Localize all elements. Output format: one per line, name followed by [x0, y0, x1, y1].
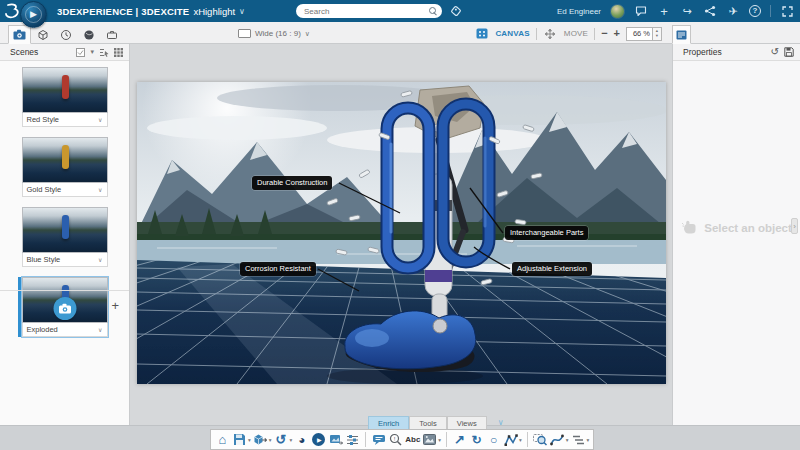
polyline-tool-button[interactable]: ▾ — [503, 432, 522, 447]
tab-properties-panel[interactable] — [672, 25, 691, 44]
render-sphere-button[interactable]: ◕ — [294, 432, 309, 447]
user-name[interactable]: Ed Engineer — [557, 7, 601, 16]
caret-down-icon[interactable]: ▾ — [438, 437, 441, 443]
curve-tool-button[interactable]: ▾ — [550, 432, 569, 447]
toolbar-collapse-chevron[interactable]: ∨ — [493, 416, 509, 429]
stepper-down-icon[interactable]: ▾ — [656, 34, 658, 39]
fullscreen-icon[interactable] — [780, 4, 794, 18]
callout-adjustable-extension[interactable]: Adjustable Extension — [512, 262, 592, 276]
tab-scenes-camera[interactable] — [8, 25, 31, 44]
chevron-down-icon[interactable]: ∨ — [98, 186, 102, 193]
rotate-tool-button[interactable]: ↻ — [469, 432, 484, 447]
caret-down-icon[interactable]: ▾ — [290, 437, 293, 443]
figure-gold — [62, 145, 69, 169]
rocket-icon[interactable]: ✈ — [726, 4, 740, 18]
aspect-ratio-selector[interactable]: Wide (16 : 9) ∨ — [238, 25, 310, 42]
stage-area: Durable Construction Interchangeable Par… — [130, 44, 672, 450]
add-icon[interactable]: + — [657, 4, 671, 18]
help-icon[interactable]: ? — [749, 5, 761, 17]
callout-corrosion-resistant[interactable]: Corrosion Resistant — [240, 262, 316, 276]
compass-widget[interactable]: ▶ — [20, 1, 47, 28]
zoom-out-button[interactable]: − — [601, 28, 607, 39]
caret-down-icon[interactable]: ▾ — [248, 437, 251, 443]
undo-button[interactable]: ↺ ▾ — [274, 432, 293, 447]
save-button[interactable]: ▾ — [232, 432, 251, 447]
tab-enrich[interactable]: Enrich — [368, 416, 409, 429]
callout-interchangeable-parts[interactable]: Interchangeable Parts — [505, 226, 588, 240]
tab-tools[interactable]: Tools — [409, 416, 447, 429]
circle-tool-button[interactable]: ○ — [486, 432, 501, 447]
zoom-level-input[interactable]: 66 % — [626, 27, 653, 41]
zoom-in-button[interactable]: + — [614, 28, 620, 39]
caret-down-icon[interactable]: ▾ — [519, 437, 522, 443]
tag-icon[interactable] — [450, 5, 462, 17]
reset-properties-icon[interactable]: ↺ — [771, 47, 779, 57]
image-output-button[interactable] — [328, 432, 343, 447]
add-scene-button[interactable]: + — [111, 299, 119, 312]
play-animation-button[interactable]: ▶ — [312, 433, 325, 446]
move-tool-icon[interactable] — [543, 26, 558, 41]
scene-card-blue-style[interactable]: Blue Style∨ — [22, 207, 108, 267]
magnify-region-button[interactable] — [533, 432, 548, 447]
select-hand-icon — [681, 220, 698, 235]
canvas-mode-icon[interactable] — [474, 26, 489, 41]
avatar[interactable] — [610, 4, 625, 19]
divider — [594, 28, 595, 40]
scenes-panel-footer: + — [0, 290, 129, 350]
app-title[interactable]: 3DEXPERIENCE | 3DEXCITE xHighlight ∨ — [57, 0, 245, 22]
left-panel-tabs — [8, 25, 123, 44]
capture-scene-button[interactable] — [53, 297, 76, 320]
callout-durable-construction[interactable]: Durable Construction — [252, 176, 332, 190]
zoom-stepper[interactable]: ▴ ▾ — [653, 27, 662, 41]
outline-list-button[interactable]: ▾ — [571, 432, 590, 447]
save-properties-icon[interactable] — [784, 47, 794, 57]
divider — [527, 432, 528, 447]
empty-state-message: Select an object — [704, 222, 792, 234]
share-network-icon[interactable] — [703, 4, 717, 18]
undo-icon[interactable]: ↺ — [274, 432, 289, 447]
properties-panel-header: Properties ↺ — [673, 44, 800, 61]
chevron-down-icon[interactable]: ∨ — [98, 256, 102, 263]
scene-thumbnail[interactable] — [22, 67, 108, 113]
brand-text: 3DEXPERIENCE | 3DEXCITE — [57, 6, 189, 17]
search-icon[interactable] — [429, 7, 438, 16]
chat-icon[interactable] — [634, 4, 648, 18]
scene-card-red-style[interactable]: Red Style∨ — [22, 67, 108, 127]
insert-image-button[interactable]: ▾ — [422, 432, 441, 447]
tab-assets-briefcase[interactable] — [100, 25, 123, 44]
tab-views[interactable]: Views — [447, 416, 487, 429]
caret-down-icon[interactable]: ▾ — [587, 437, 590, 443]
grid-view-icon[interactable] — [114, 48, 123, 57]
scene-tree-icon[interactable] — [99, 48, 109, 57]
caret-down-icon[interactable]: ▾ — [566, 437, 569, 443]
caret-down-icon[interactable]: ▾ — [269, 437, 272, 443]
multi-select-icon[interactable] — [76, 48, 85, 57]
scene-label: Red Style — [27, 115, 99, 124]
move-tool-label[interactable]: MOVE — [564, 29, 588, 38]
chevron-down-icon[interactable]: ∨ — [98, 116, 102, 123]
home-button[interactable]: ⌂ — [215, 432, 230, 447]
scene-card-gold-style[interactable]: Gold Style∨ — [22, 137, 108, 197]
scene-thumbnail[interactable] — [22, 207, 108, 253]
export-button[interactable]: ▾ — [253, 432, 272, 447]
share-forward-icon[interactable]: ↪ — [680, 4, 694, 18]
search-input[interactable] — [304, 7, 429, 16]
arrow-tool-button[interactable]: ↗ — [452, 432, 467, 447]
callout-tool-button[interactable] — [371, 432, 386, 447]
app-name: xHighlight — [193, 6, 235, 17]
panel-collapse-handle[interactable]: › — [791, 218, 798, 234]
scene-thumbnail[interactable] — [22, 137, 108, 183]
divider — [536, 28, 537, 40]
chevron-down-icon[interactable]: ▾ — [90, 48, 94, 56]
figure-blue — [62, 215, 69, 239]
scenes-panel: Scenes ▾ Red Style∨ Gold Style∨ Blue Sty… — [0, 44, 130, 425]
adjust-settings-button[interactable] — [345, 432, 360, 447]
zoom-annotation-button[interactable]: ! — [388, 432, 403, 447]
properties-empty-state: Select an object — [673, 220, 800, 235]
tab-environment-globe[interactable] — [77, 25, 100, 44]
canvas-3d-view[interactable]: Durable Construction Interchangeable Par… — [137, 82, 666, 384]
global-search[interactable] — [296, 4, 442, 18]
text-tool-button[interactable]: Abc — [405, 432, 420, 447]
canvas-mode-label[interactable]: CANVAS — [495, 29, 529, 38]
tab-history-clock[interactable] — [54, 25, 77, 44]
